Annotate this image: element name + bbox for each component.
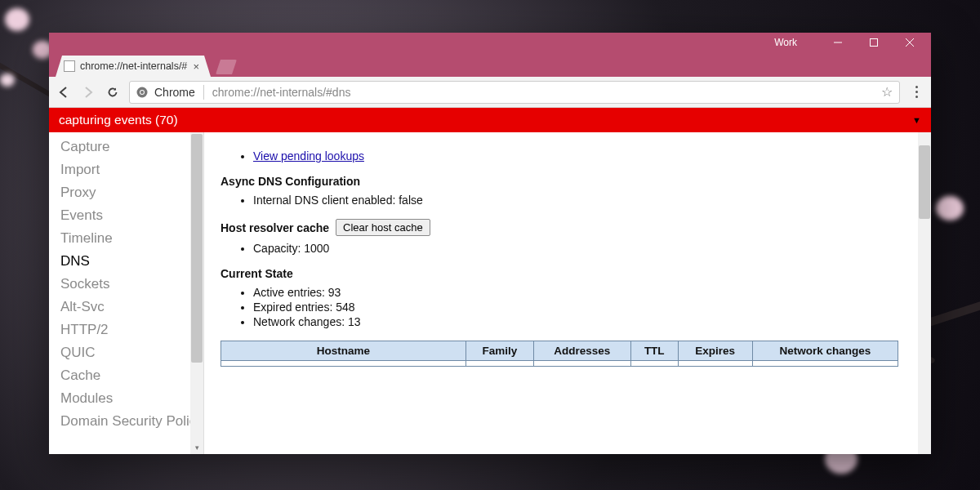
table-header-family: Family xyxy=(466,341,534,361)
page-favicon-icon xyxy=(64,60,75,72)
browser-window: Work chrome://net-internals/# × xyxy=(49,33,931,454)
tab-strip: chrome://net-internals/# × xyxy=(49,52,931,77)
forward-button[interactable] xyxy=(80,84,96,100)
sidebar-item-timeline[interactable]: Timeline xyxy=(49,227,203,250)
back-button[interactable] xyxy=(56,84,72,100)
host-cache-table: HostnameFamilyAddressesTTLExpiresNetwork… xyxy=(220,341,898,367)
scroll-down-icon[interactable]: ▾ xyxy=(190,441,203,454)
window-close-button[interactable] xyxy=(892,33,928,52)
table-header-network-changes: Network changes xyxy=(752,341,898,361)
banner-dropdown-icon[interactable]: ▼ xyxy=(912,115,921,125)
browser-menu-button[interactable] xyxy=(908,86,924,98)
reload-button[interactable] xyxy=(105,84,121,100)
sidebar-item-capture[interactable]: Capture xyxy=(49,136,203,158)
sidebar: CaptureImportProxyEventsTimelineDNSSocke… xyxy=(49,132,204,454)
sidebar-item-cache[interactable]: Cache xyxy=(49,364,203,387)
capture-status-text: capturing events (70) xyxy=(59,113,178,127)
async-dns-heading: Async DNS Configuration xyxy=(220,175,915,188)
sidebar-scrollbar-track[interactable]: ▴ ▾ xyxy=(190,132,203,454)
bookmark-star-icon[interactable]: ☆ xyxy=(881,84,893,100)
table-header-expires: Expires xyxy=(678,341,752,361)
sidebar-item-domain-security-polic[interactable]: Domain Security Polic xyxy=(49,410,203,433)
current-state-heading: Current State xyxy=(220,267,915,280)
sidebar-item-sockets[interactable]: Sockets xyxy=(49,273,203,296)
table-header-ttl: TTL xyxy=(630,341,678,361)
sidebar-item-import[interactable]: Import xyxy=(49,158,203,181)
host-resolver-heading: Host resolver cache xyxy=(220,221,329,234)
toolbar-separator xyxy=(203,85,204,100)
sidebar-item-dns[interactable]: DNS xyxy=(49,250,203,273)
tab-close-icon[interactable]: × xyxy=(189,60,203,73)
sidebar-item-events[interactable]: Events xyxy=(49,204,203,227)
main-panel: View pending lookups Async DNS Configura… xyxy=(204,132,931,454)
browser-tab[interactable]: chrome://net-internals/# × xyxy=(56,56,211,77)
sidebar-item-quic[interactable]: QUIC xyxy=(49,341,203,364)
chrome-icon xyxy=(136,87,148,98)
tab-title: chrome://net-internals/# xyxy=(80,60,187,72)
sidebar-scrollbar-thumb[interactable] xyxy=(191,134,203,363)
sidebar-item-alt-svc[interactable]: Alt-Svc xyxy=(49,296,203,318)
expired-entries-value: Expired entries: 548 xyxy=(253,300,915,314)
sidebar-item-modules[interactable]: Modules xyxy=(49,387,203,410)
internal-dns-value: Internal DNS client enabled: false xyxy=(253,193,915,207)
virtual-desktop-label: Work xyxy=(774,37,797,48)
window-titlebar: Work xyxy=(49,33,931,52)
window-maximize-button[interactable] xyxy=(856,33,892,52)
window-minimize-button[interactable] xyxy=(820,33,856,52)
page-content: CaptureImportProxyEventsTimelineDNSSocke… xyxy=(49,132,931,454)
capture-status-banner[interactable]: capturing events (70) ▼ xyxy=(49,108,931,132)
main-scrollbar-thumb[interactable] xyxy=(919,145,930,219)
network-changes-value: Network changes: 13 xyxy=(253,314,915,329)
svg-point-6 xyxy=(140,91,144,94)
url-text: chrome://net-internals/#dns xyxy=(212,86,351,99)
table-row xyxy=(221,361,898,367)
new-tab-button[interactable] xyxy=(216,60,237,74)
table-header-addresses: Addresses xyxy=(533,341,630,361)
url-scheme-label: Chrome xyxy=(154,86,195,99)
table-header-hostname: Hostname xyxy=(221,341,466,361)
sidebar-item-http-2[interactable]: HTTP/2 xyxy=(49,318,203,341)
capacity-value: Capacity: 1000 xyxy=(253,241,915,256)
browser-toolbar: Chrome chrome://net-internals/#dns ☆ xyxy=(49,77,931,108)
clear-host-cache-button[interactable]: Clear host cache xyxy=(336,219,430,236)
view-pending-link[interactable]: View pending lookups xyxy=(253,149,364,163)
svg-rect-1 xyxy=(871,39,878,47)
active-entries-value: Active entries: 93 xyxy=(253,285,915,300)
sidebar-item-proxy[interactable]: Proxy xyxy=(49,181,203,204)
main-scrollbar-track[interactable] xyxy=(918,132,931,454)
address-bar[interactable]: Chrome chrome://net-internals/#dns ☆ xyxy=(129,81,900,104)
